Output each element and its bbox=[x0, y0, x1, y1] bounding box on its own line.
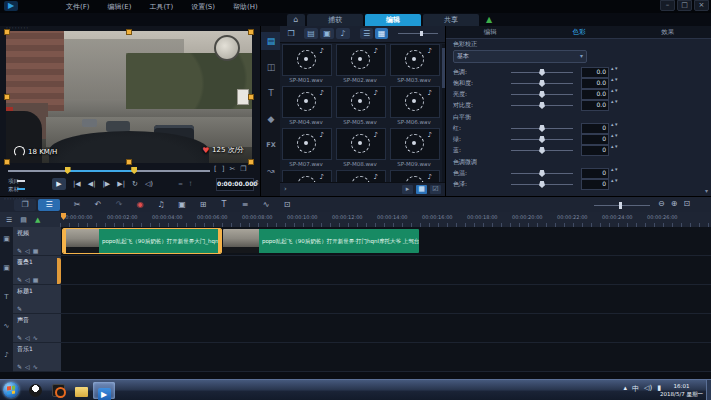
clip-trim-start[interactable] bbox=[63, 229, 66, 253]
transform-handle[interactable] bbox=[126, 159, 132, 165]
preset-dropdown[interactable]: 基本▾ bbox=[453, 50, 587, 63]
transform-handle[interactable] bbox=[4, 94, 10, 100]
slider-thumb[interactable] bbox=[539, 170, 545, 177]
track-manager-button[interactable]: ≡ bbox=[236, 199, 254, 211]
overlay-track-flag[interactable] bbox=[57, 258, 61, 284]
subtitle-button[interactable]: T bbox=[215, 199, 233, 211]
track-header[interactable]: 标题1✎ bbox=[13, 285, 61, 314]
prev-frame-button[interactable]: ◀| bbox=[88, 180, 96, 188]
home-tab[interactable]: ⌂ bbox=[287, 14, 305, 26]
slider-stepper[interactable]: ▴ ▾ bbox=[611, 99, 618, 104]
slider-thumb[interactable] bbox=[539, 181, 545, 188]
slider-thumb[interactable] bbox=[539, 69, 545, 76]
media-tile[interactable]: ♪SP-M08.wav bbox=[336, 128, 386, 167]
track-row[interactable]: popo乱起飞（90后奶爸）打开新世界大门_hqnl摩托少年popo乱起飞（90… bbox=[61, 227, 711, 256]
sound-mixer-button[interactable]: ♫ bbox=[152, 199, 170, 211]
slider-stepper[interactable]: ▴ ▾ bbox=[611, 133, 618, 138]
menu-file[interactable]: 文件(F) bbox=[66, 2, 90, 12]
track-controls[interactable]: ✎◁▦ bbox=[17, 247, 41, 254]
menu-help[interactable]: 帮助(H) bbox=[233, 2, 258, 12]
media-tile[interactable]: ♪SP-M01.wav bbox=[282, 44, 332, 83]
panel-collapse-icon[interactable]: ▾ bbox=[705, 187, 708, 194]
add-to-timeline-icon[interactable]: ▸ bbox=[402, 185, 413, 194]
track-header[interactable]: 声音✎◁∿ bbox=[13, 314, 61, 343]
mark-out-icon[interactable]: ] bbox=[222, 165, 225, 173]
slider-value[interactable]: 0.0 bbox=[581, 67, 609, 78]
slider-track[interactable] bbox=[511, 72, 573, 73]
taskbar-videostudio-icon[interactable]: ▶ bbox=[93, 382, 115, 399]
trim-end-handle[interactable] bbox=[131, 167, 137, 174]
transform-handle[interactable] bbox=[248, 159, 254, 165]
clip-trim-end[interactable] bbox=[218, 229, 221, 253]
slider-thumb[interactable] bbox=[539, 102, 545, 109]
track-header[interactable]: 覆叠1✎◁▦ bbox=[13, 256, 61, 285]
category-graphics-icon[interactable]: ◆ bbox=[261, 110, 281, 128]
slider-value[interactable]: 0 bbox=[581, 134, 609, 145]
slider-stepper[interactable]: ▴ ▾ bbox=[611, 167, 618, 172]
slider-thumb[interactable] bbox=[539, 91, 545, 98]
media-tile[interactable]: ♪SP-M05.wav bbox=[336, 86, 386, 125]
slider-thumb[interactable] bbox=[539, 136, 545, 143]
slider-value[interactable]: 0 bbox=[581, 123, 609, 134]
fit-project-button[interactable]: ⊡ bbox=[278, 199, 296, 211]
track-row[interactable] bbox=[61, 256, 711, 285]
slider-stepper[interactable]: ▴ ▾ bbox=[611, 77, 618, 82]
slider-value[interactable]: 0.0 bbox=[581, 78, 609, 89]
track-row[interactable] bbox=[61, 343, 711, 372]
slider-track[interactable] bbox=[511, 94, 573, 95]
slider-stepper[interactable]: ▴ ▾ bbox=[611, 122, 618, 127]
slider-value[interactable]: 0.0 bbox=[581, 89, 609, 100]
slider-value[interactable]: 0 bbox=[581, 145, 609, 156]
end-button[interactable]: ▶| bbox=[117, 180, 125, 188]
options-tab-色彩[interactable]: 色彩 bbox=[535, 26, 624, 38]
slider-value[interactable]: 0 bbox=[581, 179, 609, 190]
expand-gallery-icon[interactable]: › bbox=[284, 185, 287, 193]
split-clip-icon[interactable]: ✂ bbox=[229, 165, 235, 173]
safe-area-icon[interactable]: ⊺ bbox=[189, 180, 192, 187]
track-list-icon[interactable]: ▤ bbox=[20, 216, 27, 224]
filter-photo-icon[interactable]: ▣ bbox=[320, 28, 334, 39]
start-button[interactable] bbox=[3, 382, 19, 398]
tray-expand-icon[interactable]: ▴ bbox=[624, 384, 628, 394]
import-media-icon[interactable]: ❒ bbox=[284, 28, 298, 39]
enlarge-preview-icon[interactable]: ❐ bbox=[240, 165, 246, 173]
media-tile[interactable]: ♪SP-M09.wav bbox=[390, 128, 440, 167]
media-tile[interactable]: ♪SP-M02.wav bbox=[336, 44, 386, 83]
timeline-zoom-slider[interactable] bbox=[594, 205, 650, 206]
transform-handle[interactable] bbox=[126, 29, 132, 35]
menu-edit[interactable]: 编辑(E) bbox=[108, 2, 132, 12]
category-transition-icon[interactable]: ◫ bbox=[261, 58, 281, 76]
track-controls[interactable]: ✎ bbox=[17, 305, 25, 312]
transform-handle[interactable] bbox=[248, 29, 254, 35]
track-header[interactable]: 视频✎◁▦ bbox=[13, 227, 61, 256]
taskbar-clock[interactable]: 16:012018/5/7 星期一 bbox=[660, 382, 703, 398]
menu-tools[interactable]: 工具(T) bbox=[149, 2, 173, 12]
next-frame-button[interactable]: |▶ bbox=[103, 180, 111, 188]
thumb-size-slider[interactable] bbox=[398, 33, 438, 34]
slider-thumb[interactable] bbox=[539, 147, 545, 154]
options-tab-效果[interactable]: 效果 bbox=[623, 26, 711, 38]
thumbnail-mode-icon[interactable]: ▦ bbox=[416, 185, 427, 194]
filter-video-icon[interactable]: ▤ bbox=[304, 28, 318, 39]
options-tab-编辑[interactable]: 编辑 bbox=[446, 26, 535, 38]
menu-settings[interactable]: 设置(S) bbox=[191, 2, 215, 12]
track-header[interactable]: 音乐1✎◁∿ bbox=[13, 343, 61, 372]
media-tile[interactable]: ♪SP-M07.wav bbox=[282, 128, 332, 167]
slider-track[interactable] bbox=[511, 184, 573, 185]
mark-in-icon[interactable]: [ bbox=[214, 165, 217, 173]
slider-track[interactable] bbox=[511, 139, 573, 140]
timeline-ruler[interactable]: 00:00:00:0000:00:02:0000:00:04:0000:00:0… bbox=[60, 212, 711, 227]
multicam-button[interactable]: ⊞ bbox=[194, 199, 212, 211]
show-desktop-button[interactable] bbox=[706, 380, 711, 400]
taskbar-qq-icon[interactable] bbox=[24, 382, 46, 399]
slider-track[interactable] bbox=[511, 150, 573, 151]
audio-ducking-button[interactable]: ∿ bbox=[257, 199, 275, 211]
list-view-icon[interactable]: ☰ bbox=[360, 28, 373, 39]
repeat-button[interactable]: ↻ bbox=[132, 180, 138, 188]
track-controls[interactable]: ✎◁▦ bbox=[17, 276, 41, 283]
minimize-button[interactable]: – bbox=[660, 0, 675, 11]
slider-stepper[interactable]: ▴ ▾ bbox=[611, 88, 618, 93]
media-tile[interactable]: ♪SP-M03.wav bbox=[390, 44, 440, 83]
slider-track[interactable] bbox=[511, 173, 573, 174]
slider-stepper[interactable]: ▴ ▾ bbox=[611, 66, 618, 71]
